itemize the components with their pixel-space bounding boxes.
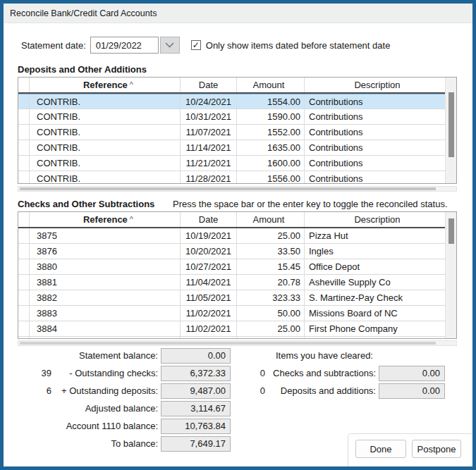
cell-amount: 25.00	[237, 228, 305, 243]
cell-reference: CONTRIB.	[30, 171, 181, 184]
statement-date-dropdown-button[interactable]	[160, 37, 180, 54]
checks-table: Reference^ Date Amount Description 38751…	[18, 211, 457, 339]
cell-status	[18, 321, 30, 336]
scrollbar-thumb[interactable]	[448, 92, 454, 157]
summary-row: Adjusted balance:3,114.67	[18, 400, 231, 417]
checks-hint-text: Press the space bar or the enter key to …	[173, 199, 448, 209]
table-row[interactable]: CONTRIB.11/07/20211552.00Contributions	[18, 125, 446, 140]
summary-label: Deposits and additions:	[268, 385, 379, 396]
cell-description: Ingles	[305, 244, 446, 259]
header-date[interactable]: Date	[181, 212, 237, 227]
scrollbar-thumb[interactable]	[20, 187, 436, 190]
header-description[interactable]: Description	[305, 212, 446, 227]
deposits-table-header: Reference^ Date Amount Description	[18, 78, 446, 94]
only-show-checkbox-label: Only show items dated before statement d…	[206, 40, 391, 51]
summary-value-field: 0.00	[379, 366, 445, 381]
done-button[interactable]: Done	[355, 440, 406, 458]
chevron-down-icon	[165, 42, 174, 48]
postpone-button[interactable]: Postpone	[412, 440, 461, 458]
cell-date	[181, 337, 237, 339]
cell-date: 11/28/2021	[181, 171, 237, 184]
checks-vertical-scrollbar[interactable]	[445, 212, 456, 338]
table-row[interactable]: 388010/27/202115.45Office Depot	[18, 259, 446, 275]
deposits-table-body: CONTRIB.10/24/20211554.00ContributionsCO…	[18, 94, 456, 184]
cell-description: Contributions	[305, 171, 446, 184]
cell-description: Contributions	[305, 156, 446, 171]
header-amount[interactable]: Amount	[237, 212, 305, 227]
summary-count: 6	[18, 385, 54, 396]
table-row[interactable]: 387510/19/202125.00Pizza Hut	[18, 228, 446, 244]
cell-date: 10/31/2021	[181, 109, 237, 124]
window-title: Reconcile Bank/Credit Card Accounts	[10, 8, 157, 18]
sort-ascending-icon: ^	[130, 80, 133, 89]
cell-amount: 50.00	[237, 306, 305, 321]
cell-status	[18, 171, 30, 184]
scrollbar-thumb[interactable]	[448, 218, 454, 244]
table-row[interactable]: 388311/02/202150.00Missions Board of NC	[18, 306, 446, 321]
cell-status	[18, 306, 30, 321]
summary-count: 0	[250, 385, 268, 396]
checks-table-body: 387510/19/202125.00Pizza Hut387610/20/20…	[18, 228, 456, 339]
summary-count: 39	[18, 368, 54, 378]
cell-amount: 1556.00	[237, 171, 305, 184]
cell-reference: 3880	[30, 259, 181, 274]
table-row[interactable]: CONTRIB.11/14/20211635.00Contributions	[18, 140, 446, 156]
cell-description: Asheville Supply Co	[305, 275, 446, 290]
header-status-column	[18, 212, 30, 227]
sort-ascending-icon: ^	[130, 215, 133, 223]
scrollbar-thumb[interactable]	[20, 342, 436, 345]
cell-status	[18, 290, 30, 305]
cell-description	[305, 337, 446, 339]
cell-description: Pizza Hut	[305, 228, 446, 243]
table-row[interactable]: 388411/02/202125.00First Phone Company	[18, 321, 446, 337]
header-amount[interactable]: Amount	[237, 78, 305, 92]
table-row[interactable]: 387610/20/202133.50Ingles	[18, 244, 446, 259]
summary-row: 6+ Outstanding deposits:9,487.00	[18, 382, 231, 400]
summary-label: Adjusted balance:	[54, 403, 161, 414]
header-date[interactable]: Date	[181, 78, 237, 92]
cell-status	[18, 125, 30, 140]
dialog-content: Reconcile Bank/Credit Card Accounts Stat…	[4, 4, 472, 466]
cell-amount	[237, 337, 305, 339]
cell-date: 11/05/2021	[181, 290, 237, 305]
summary-label: Checks and subtractions:	[268, 368, 379, 378]
cell-date: 10/20/2021	[181, 244, 237, 259]
summary-value-field: 3,114.67	[161, 401, 231, 416]
cell-description: Office Depot	[305, 259, 446, 274]
deposits-table: Reference^ Date Amount Description CONTR…	[18, 77, 457, 184]
cell-amount: 1590.00	[237, 109, 305, 124]
cell-date: 10/27/2021	[181, 259, 237, 274]
deposits-horizontal-scrollbar[interactable]	[18, 186, 457, 192]
statement-date-input[interactable]: 01/29/2022	[90, 37, 159, 54]
summary-value-field: 9,487.00	[161, 383, 231, 399]
cell-reference: CONTRIB.	[30, 125, 181, 140]
cell-reference: CONTRIB.	[30, 156, 181, 171]
table-row[interactable]: CONTRIB.11/28/20211556.00Contributions	[18, 171, 446, 184]
table-row[interactable]: CONTRIB.10/31/20211590.00Contributions	[18, 109, 446, 125]
cell-amount: 323.33	[237, 290, 305, 305]
header-description[interactable]: Description	[305, 78, 446, 92]
only-show-checkbox[interactable]: ✓	[191, 40, 201, 50]
cell-amount: 15.45	[237, 259, 305, 274]
summary-row: 39- Outstanding checks:6,372.33	[18, 364, 231, 382]
table-row[interactable]: CONTRIB.10/24/20211554.00Contributions	[18, 94, 446, 109]
cell-reference: 3882	[30, 290, 181, 305]
cell-description: Contributions	[305, 94, 446, 109]
statement-date-row: Statement date: 01/29/2022 ✓ Only show i…	[21, 37, 390, 54]
checks-horizontal-scrollbar[interactable]	[18, 340, 457, 346]
cell-reference: 3881	[30, 275, 181, 290]
header-reference[interactable]: Reference^	[30, 212, 181, 227]
table-row[interactable]: 388111/04/202120.78Asheville Supply Co	[18, 275, 446, 290]
cell-reference: 3875	[30, 228, 181, 243]
cell-reference: CONTRIB.	[30, 140, 181, 155]
cell-amount: 1635.00	[237, 140, 305, 155]
table-row[interactable]: 388211/05/2021323.33S. Martinez-Pay Chec…	[18, 290, 446, 306]
table-row[interactable]: CONTRIB.11/21/20211600.00Contributions	[18, 156, 446, 171]
header-reference[interactable]: Reference^	[30, 78, 181, 92]
summary-value-field: 7,649.17	[161, 436, 231, 452]
deposits-vertical-scrollbar[interactable]	[445, 78, 456, 183]
reconcile-window: Reconcile Bank/Credit Card Accounts Stat…	[0, 0, 476, 470]
table-row[interactable]	[18, 337, 446, 339]
cell-amount: 33.50	[237, 244, 305, 259]
summary-left-panel: Statement balance:0.0039- Outstanding ch…	[18, 347, 231, 452]
